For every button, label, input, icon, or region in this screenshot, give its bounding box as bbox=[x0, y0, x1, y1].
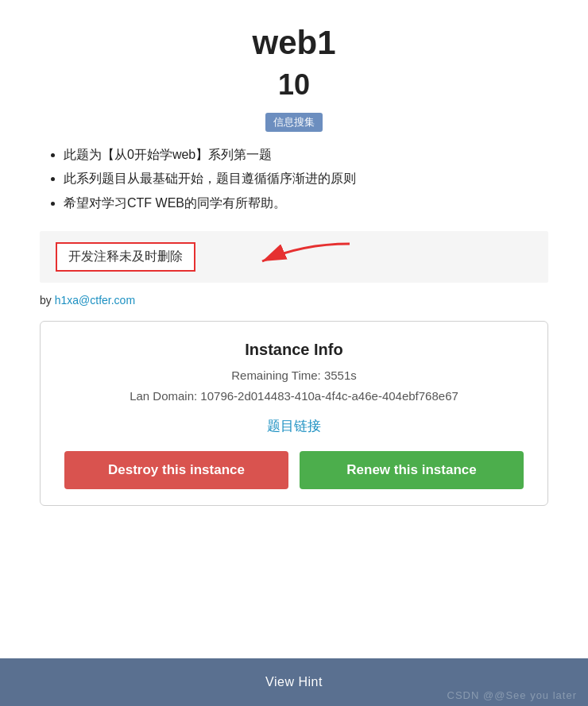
main-content: web1 10 信息搜集 此题为【从0开始学web】系列第一题 此系列题目从最基… bbox=[0, 0, 588, 546]
list-item: 希望对学习CTF WEB的同学有所帮助。 bbox=[64, 191, 548, 215]
instance-info: Remaining Time: 3551s Lan Domain: 10796-… bbox=[64, 365, 524, 406]
author-line: by h1xa@ctfer.com bbox=[40, 294, 548, 307]
remaining-time: Remaining Time: 3551s bbox=[64, 365, 524, 386]
lan-domain: Lan Domain: 10796-2d014483-410a-4f4c-a46… bbox=[64, 386, 524, 407]
instance-card: Instance Info Remaining Time: 3551s Lan … bbox=[40, 321, 548, 506]
problem-link[interactable]: 题目链接 bbox=[267, 419, 321, 434]
page-title: web1 bbox=[40, 24, 548, 62]
hint-box-wrapper: 开发注释未及时删除 bbox=[40, 231, 548, 283]
watermark: CSDN @@See you later bbox=[447, 689, 577, 701]
renew-button[interactable]: Renew this instance bbox=[300, 451, 524, 489]
view-hint-button[interactable]: View Hint bbox=[265, 675, 323, 689]
tag-container: 信息搜集 bbox=[40, 113, 548, 132]
author-label: by bbox=[40, 294, 55, 307]
hint-box-text: 开发注释未及时删除 bbox=[56, 242, 195, 272]
list-item: 此系列题目从最基础开始，题目遵循循序渐进的原则 bbox=[64, 167, 548, 191]
arrow-icon bbox=[199, 237, 358, 277]
instance-buttons: Destroy this instance Renew this instanc… bbox=[64, 451, 524, 489]
list-item: 此题为【从0开始学web】系列第一题 bbox=[64, 143, 548, 167]
author-email[interactable]: h1xa@ctfer.com bbox=[55, 294, 135, 307]
description-list: 此题为【从0开始学web】系列第一题 此系列题目从最基础开始，题目遵循循序渐进的… bbox=[40, 143, 548, 215]
destroy-button[interactable]: Destroy this instance bbox=[64, 451, 288, 489]
instance-link: 题目链接 bbox=[64, 417, 524, 435]
score-value: 10 bbox=[40, 68, 548, 102]
category-tag: 信息搜集 bbox=[265, 113, 323, 132]
instance-title: Instance Info bbox=[64, 341, 524, 359]
